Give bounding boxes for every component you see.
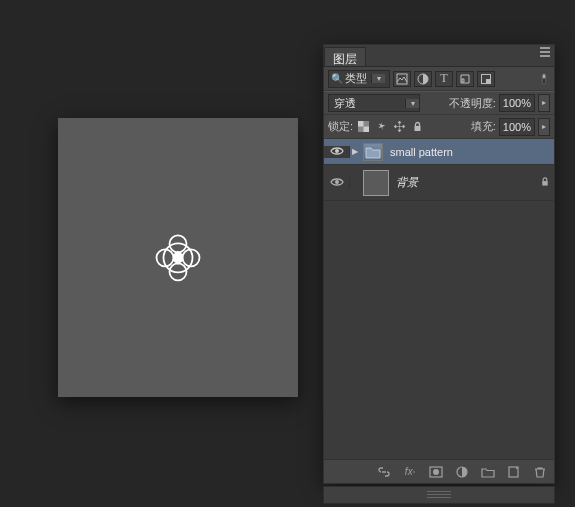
lock-all-icon[interactable] <box>410 119 425 135</box>
expand-toggle-icon[interactable]: ▶ <box>350 147 360 156</box>
opacity-scrubber-icon[interactable]: ▸ <box>538 94 550 112</box>
opacity-label: 不透明度: <box>449 96 496 111</box>
chevron-down-icon: ▾ <box>371 74 385 83</box>
svg-rect-9 <box>486 79 491 84</box>
add-mask-icon[interactable] <box>428 464 444 480</box>
layer-thumbnail <box>363 170 389 196</box>
lock-indicator-icon <box>536 176 554 189</box>
lock-pixels-icon[interactable] <box>374 119 389 135</box>
new-layer-icon[interactable] <box>506 464 522 480</box>
filter-type-icon[interactable]: T <box>435 71 453 87</box>
svg-rect-15 <box>415 126 421 131</box>
new-group-icon[interactable] <box>480 464 496 480</box>
new-adjustment-icon[interactable] <box>454 464 470 480</box>
svg-rect-13 <box>358 121 364 127</box>
svg-point-16 <box>335 149 339 153</box>
opacity-value[interactable]: 100% <box>499 94 535 112</box>
svg-marker-5 <box>173 250 183 264</box>
chevron-down-icon: ▾ <box>405 99 419 108</box>
filter-toggle-switch[interactable] <box>538 71 550 87</box>
panel-tabbar: 图层 <box>324 45 554 67</box>
filter-smartobject-icon[interactable] <box>477 71 495 87</box>
visibility-toggle-icon[interactable] <box>324 177 350 189</box>
search-icon: 🔍 <box>329 73 345 84</box>
filter-pixel-icon[interactable] <box>393 71 411 87</box>
lock-transparency-icon[interactable] <box>356 119 371 135</box>
layer-name[interactable]: small pattern <box>386 146 554 158</box>
blend-opacity-row: 穿透 ▾ 不透明度: 100% ▸ <box>324 91 554 115</box>
fill-value[interactable]: 100% <box>499 118 535 136</box>
layer-row-group[interactable]: ▶ small pattern <box>324 139 554 165</box>
lock-fill-row: 锁定: 填充: 100% ▸ <box>324 115 554 139</box>
canvas-artwork <box>148 226 208 286</box>
filter-type-select[interactable]: 🔍 类型 ▾ <box>328 70 390 88</box>
panel-menu-button[interactable] <box>538 47 552 61</box>
layers-list: ▶ small pattern 背景 <box>324 139 554 459</box>
tab-layers[interactable]: 图层 <box>324 47 366 66</box>
layer-style-button[interactable]: fx▫ <box>402 464 418 480</box>
layer-filter-row: 🔍 类型 ▾ T <box>324 67 554 91</box>
filter-shape-icon[interactable] <box>456 71 474 87</box>
collapsed-panel-grip[interactable] <box>323 486 555 504</box>
canvas[interactable] <box>58 118 298 397</box>
document-window[interactable] <box>58 118 298 397</box>
svg-point-17 <box>335 180 339 184</box>
visibility-toggle-icon[interactable] <box>324 146 350 158</box>
svg-point-20 <box>433 469 439 475</box>
fill-scrubber-icon[interactable]: ▸ <box>538 118 550 136</box>
svg-rect-11 <box>543 74 546 78</box>
lock-label: 锁定: <box>328 119 353 134</box>
layer-name[interactable]: 背景 <box>392 175 536 190</box>
layer-row-background[interactable]: 背景 <box>324 165 554 201</box>
blend-mode-select[interactable]: 穿透 ▾ <box>328 94 420 112</box>
svg-rect-18 <box>542 181 547 186</box>
link-layers-icon[interactable] <box>376 464 392 480</box>
delete-layer-icon[interactable] <box>532 464 548 480</box>
layers-panel-footer: fx▫ <box>324 459 554 483</box>
group-folder-icon <box>363 143 383 161</box>
lock-position-icon[interactable] <box>392 119 407 135</box>
grip-icon <box>427 491 451 499</box>
layers-panel: 图层 🔍 类型 ▾ T 穿透 ▾ <box>323 44 555 484</box>
fill-label: 填充: <box>471 119 496 134</box>
svg-rect-14 <box>364 127 370 133</box>
filter-adjustment-icon[interactable] <box>414 71 432 87</box>
